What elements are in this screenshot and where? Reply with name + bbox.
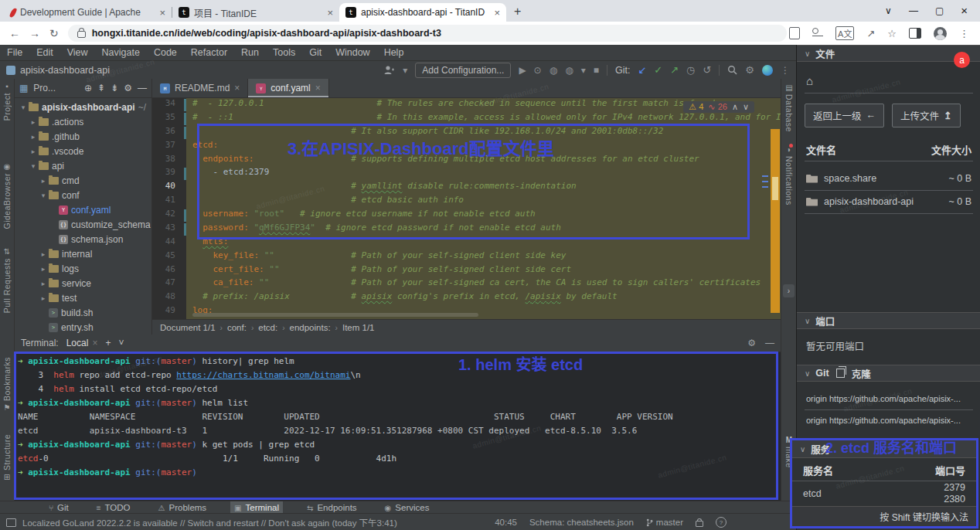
scroll-marker-strip[interactable]	[770, 98, 781, 319]
git-remote-row[interactable]: origin https://github.com/apache/apisix-…	[797, 411, 980, 430]
tab-close-icon[interactable]: ×	[159, 7, 165, 19]
tree-item[interactable]: ▸service	[15, 276, 151, 290]
code-line[interactable]: 39 - etcd:2379	[152, 167, 781, 181]
inspection-widget[interactable]: ⚠ 4 ∿ 26 ∧ ∨	[683, 101, 754, 113]
tree-chevron-icon[interactable]: ▸	[39, 265, 47, 273]
indexing-status-icon[interactable]: ?	[716, 517, 726, 528]
ports-section-header[interactable]: ∨ 端口	[797, 312, 980, 329]
menu-item-file[interactable]: File	[0, 47, 29, 58]
tool-window-button-services[interactable]: ◉Services	[381, 501, 434, 514]
password-key-icon[interactable]	[812, 31, 823, 36]
tab-close-icon[interactable]: ×	[327, 7, 333, 19]
window-minimize-icon[interactable]: —	[909, 5, 918, 16]
breadcrumb-item[interactable]: Document 1/1	[160, 323, 216, 332]
tree-item[interactable]: ▸logs	[15, 261, 151, 276]
new-terminal-icon[interactable]: +	[105, 338, 111, 348]
files-section-header[interactable]: ∨ 文件	[797, 45, 980, 62]
breadcrumb-item[interactable]: conf:	[227, 323, 247, 332]
menu-item-run[interactable]: Run	[234, 47, 266, 58]
tool-window-button-todo[interactable]: ≡TODO	[93, 501, 134, 514]
tree-item[interactable]: ▸.github	[15, 129, 151, 144]
window-close-icon[interactable]: ×	[961, 4, 968, 17]
history-clock-icon[interactable]: ◷	[686, 64, 695, 76]
add-configuration-button[interactable]: Add Configuration...	[415, 63, 511, 78]
terminal-dropdown-icon[interactable]: ˅	[118, 338, 124, 348]
browser-tab[interactable]: Development Guide | Apache×	[5, 3, 172, 22]
tree-chevron-icon[interactable]: ▸	[39, 177, 47, 185]
menu-item-code[interactable]: Code	[147, 47, 184, 58]
tool-tab-notifications[interactable]: ◗ Notifications	[781, 145, 797, 206]
service-row[interactable]: etcd23792380	[792, 481, 976, 506]
settings-gear-icon[interactable]: ⚙	[745, 64, 754, 76]
menu-item-edit[interactable]: Edit	[29, 47, 60, 58]
upload-file-button[interactable]: 上传文件↥	[892, 104, 961, 127]
code-line[interactable]: 41 # etcd basic auth info	[152, 195, 781, 209]
new-tab-button[interactable]: +	[506, 5, 529, 22]
tree-chevron-icon[interactable]: ▾	[29, 162, 37, 170]
project-breadcrumb[interactable]: apisix-dashboard-api	[20, 65, 110, 76]
run-dropdown-icon[interactable]: ▾	[581, 65, 586, 76]
tree-item[interactable]: ▸cmd	[15, 173, 151, 188]
tree-chevron-icon[interactable]: ▸	[39, 280, 47, 287]
git-push-icon[interactable]: ↗	[670, 64, 679, 76]
browser-tab[interactable]: tapisix-dashboard-api - TitanID×	[339, 3, 506, 22]
code-line[interactable]: 47 ca_file: "" # Path of your self-signe…	[152, 277, 781, 291]
tree-item[interactable]: {}customize_schema	[15, 217, 151, 232]
expand-all-icon[interactable]: ⇞	[97, 83, 105, 93]
tree-chevron-icon[interactable]: ▸	[39, 294, 47, 302]
share-icon[interactable]: ↗	[866, 28, 875, 39]
tool-window-button-problems[interactable]: ⚠Problems	[155, 501, 211, 514]
breadcrumb-item[interactable]: etcd:	[258, 323, 277, 332]
tree-item[interactable]: >entry.sh	[15, 320, 151, 335]
window-maximize-icon[interactable]: ▢	[935, 5, 944, 16]
code-line[interactable]: 46 cert_file: "" # Path of your self-sig…	[152, 264, 781, 278]
menu-item-tools[interactable]: Tools	[266, 47, 302, 58]
schema-indicator[interactable]: Schema: cheatsheets.json	[529, 518, 634, 527]
url-field[interactable]: hongxi.titanide.cn/ide/web/coding/apisix…	[68, 25, 787, 42]
tree-chevron-icon[interactable]: ▸	[29, 148, 37, 155]
menu-item-help[interactable]: Help	[377, 47, 411, 58]
browser-menu-icon[interactable]: ⋮	[959, 28, 969, 39]
git-branch-indicator[interactable]: master	[646, 518, 683, 527]
menu-item-git[interactable]: Git	[302, 47, 328, 58]
tool-tab-structure[interactable]: Structure⊞	[0, 434, 14, 481]
code-line[interactable]: 43 password: "qMf6GJFP34" # ignore etcd …	[152, 223, 781, 236]
breadcrumb-item[interactable]: endpoints:	[290, 323, 331, 332]
caret-position[interactable]: 40:45	[495, 518, 517, 527]
clipboard-icon[interactable]	[789, 27, 800, 39]
assistant-sphere-icon[interactable]	[762, 65, 773, 76]
readonly-lock-icon[interactable]	[696, 521, 703, 527]
tree-item[interactable]: ▾conf	[15, 188, 151, 202]
tool-tab-pull-requests[interactable]: ⇅Pull Requests	[0, 247, 14, 313]
code-line[interactable]: 35# - ::1 # In this example, access is a…	[152, 112, 781, 126]
window-chevron-icon[interactable]: ∨	[885, 5, 892, 16]
collapse-all-icon[interactable]: ⇟	[111, 83, 118, 93]
back-icon[interactable]: ←	[9, 27, 20, 39]
prev-error-icon[interactable]: ∧	[732, 102, 738, 112]
code-area[interactable]: 34# - 127.0.0.1 # The rules are checked …	[152, 98, 781, 319]
locate-target-icon[interactable]: ⊕	[84, 83, 92, 93]
tool-tab-bookmarks[interactable]: Bookmarks⚑	[0, 357, 14, 412]
breadcrumb-item[interactable]: Item 1/1	[342, 323, 375, 332]
debug-icon[interactable]: ⊙	[534, 65, 542, 76]
tab-close-icon[interactable]: ×	[494, 7, 500, 19]
panel-minimize-icon[interactable]: —	[138, 83, 147, 93]
sidebar-toggle-icon[interactable]	[909, 28, 921, 39]
editor-tab-conf-yaml[interactable]: Yconf.yaml×	[248, 79, 328, 97]
collaborator-dropdown-icon[interactable]: ▾	[403, 65, 407, 76]
rollback-icon[interactable]: ↺	[703, 64, 711, 76]
tree-item[interactable]: ▾api	[15, 158, 151, 173]
tool-window-button-git[interactable]: ⑂Git	[45, 501, 73, 514]
tab-close-icon[interactable]: ×	[315, 83, 321, 93]
toolbar-more-icon[interactable]: ⋮	[781, 65, 790, 76]
tab-close-icon[interactable]: ×	[234, 83, 240, 93]
translate-icon[interactable]: A文	[835, 26, 854, 40]
files-home-row[interactable]: ⌂	[797, 71, 980, 90]
code-line[interactable]: 45 key_file: "" # Path of your self-sign…	[152, 250, 781, 264]
project-panel-title[interactable]: Pro...	[33, 83, 56, 93]
tree-item[interactable]: ▸.actions	[15, 114, 151, 129]
tree-item[interactable]: ▸test	[15, 290, 151, 305]
terminal-gear-icon[interactable]: ⚙	[747, 338, 756, 348]
menu-item-window[interactable]: Window	[328, 47, 376, 58]
coverage-icon[interactable]: ◍	[550, 65, 557, 76]
